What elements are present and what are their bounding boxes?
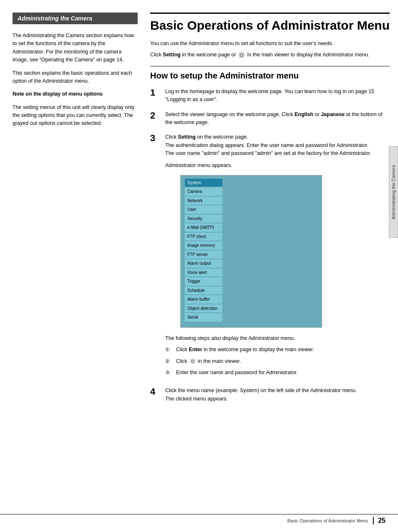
sub-step-3-num: ③ <box>165 369 173 377</box>
gear-icon <box>238 52 245 58</box>
admin-menu-appears: Administrator menu appears. <box>165 162 371 170</box>
step-3: 3 Click Setting on the welcome page. The… <box>150 133 390 380</box>
menu-item-object-detection[interactable]: Object detection <box>185 304 222 313</box>
menu-item-email[interactable]: e-Mail (SMTP) <box>185 223 222 232</box>
step-4: 4 Click the menu name (example: System) … <box>150 387 390 403</box>
sub-steps-list: ① Click Enter in the welcome page to dis… <box>165 346 371 377</box>
menu-item-image-memory[interactable]: Image memory <box>185 241 222 250</box>
intro2-bold: Setting <box>163 52 181 58</box>
note-body: The setting menus of this unit will clea… <box>13 104 138 128</box>
sub-step-1: ① Click Enter in the welcome page to dis… <box>165 346 371 354</box>
left-intro-1: The Administrating the Camera section ex… <box>13 32 138 64</box>
svg-point-9 <box>191 360 194 362</box>
right-intro-1: You can use the Administrator menu to se… <box>150 40 390 48</box>
page-footer: Basic Operations of Administrator Menu 2… <box>0 514 398 524</box>
menu-item-camera[interactable]: Camera <box>185 187 222 196</box>
intro2-end: in the main viewer to display the Admini… <box>247 52 370 58</box>
sub-step-1-text: Click Enter in the welcome page to displ… <box>176 346 314 354</box>
step-4-number: 4 <box>150 387 159 397</box>
step-3-text: Click Setting on the welcome page. The a… <box>165 134 371 156</box>
svg-line-16 <box>194 360 194 360</box>
menu-item-voice-alert[interactable]: Voice alert <box>185 269 222 277</box>
menu-item-security[interactable]: Security <box>185 215 222 223</box>
step-2-content: Select the viewer language on the welcom… <box>165 111 390 127</box>
svg-line-17 <box>191 362 191 363</box>
menu-item-user[interactable]: User <box>185 205 222 214</box>
right-intro-2: Click Setting in the welcome page or <box>150 51 390 59</box>
svg-line-6 <box>243 56 244 57</box>
step-3-content: Click Setting on the welcome page. The a… <box>165 133 371 380</box>
svg-line-8 <box>239 56 240 57</box>
menu-item-ftp-server[interactable]: FTP server <box>185 251 222 259</box>
footer-page-number: 25 <box>373 517 385 524</box>
left-body: The Administrating the Camera section ex… <box>13 32 138 128</box>
left-column: Administrating the Camera The Administra… <box>13 13 138 515</box>
svg-line-15 <box>194 362 194 363</box>
menu-item-trigger[interactable]: Trigger <box>185 277 222 286</box>
note-heading: Note on the display of menu options <box>13 90 138 98</box>
side-tab: Administrating the Camera <box>389 146 398 238</box>
step-1-content: Log in the homepage to display the welco… <box>165 88 390 104</box>
admin-menu-screenshot: System Camera Network User Security e-Ma… <box>180 175 322 328</box>
sub-step-1-num: ① <box>165 346 173 354</box>
sub-step-3: ③ Enter the user name and password for A… <box>165 369 371 377</box>
steps-list: 1 Log in the homepage to display the wel… <box>150 88 390 403</box>
left-intro-2: This section explains the basic operatio… <box>13 69 138 86</box>
intro2-suffix: in the welcome page or <box>181 52 236 58</box>
menu-item-network[interactable]: Network <box>185 197 222 205</box>
menu-item-alarm-buffer[interactable]: Alarm buffer <box>185 295 222 304</box>
following-steps-text: The following steps also display the Adm… <box>165 334 371 342</box>
step-2-number: 2 <box>150 111 159 121</box>
menu-item-system[interactable]: System <box>185 179 222 187</box>
step-2: 2 Select the viewer language on the welc… <box>150 111 390 127</box>
footer-text: Basic Operations of Administrator Menu <box>287 518 368 523</box>
right-column: Basic Operations of Administrator Menu Y… <box>150 13 390 515</box>
sub-step-2-text: Click in the main viewer. <box>176 357 241 365</box>
section-title: How to setup the Administrator menu <box>150 71 390 81</box>
svg-line-7 <box>243 53 244 54</box>
sub-step-2: ② Click in the main viewer. <box>165 357 371 365</box>
sub-step-3-text: Enter the user name and password for Adm… <box>176 369 298 377</box>
svg-line-5 <box>239 53 240 54</box>
sub-step-2-num: ② <box>165 357 173 365</box>
step-1: 1 Log in the homepage to display the wel… <box>150 88 390 104</box>
menu-item-schedule[interactable]: Schedule <box>185 286 222 295</box>
svg-point-0 <box>240 54 243 56</box>
side-tab-text: Administrating the Camera <box>391 165 396 219</box>
menu-item-serial[interactable]: Serial <box>185 313 222 322</box>
left-section-header: Administrating the Camera <box>13 13 138 24</box>
svg-line-14 <box>191 360 191 360</box>
page-title: Basic Operations of Administrator Menu <box>150 18 390 33</box>
menu-item-alarm-output[interactable]: Alarm output <box>185 259 222 268</box>
step-4-content: Click the menu name (example: System) on… <box>165 387 357 403</box>
section-divider <box>150 66 390 66</box>
step-1-number: 1 <box>150 88 159 98</box>
menu-item-ftp-client[interactable]: FTP client <box>185 233 222 241</box>
gear-icon-2 <box>190 358 196 364</box>
intro2-prefix: Click <box>150 52 163 58</box>
step-3-number: 3 <box>150 133 159 143</box>
